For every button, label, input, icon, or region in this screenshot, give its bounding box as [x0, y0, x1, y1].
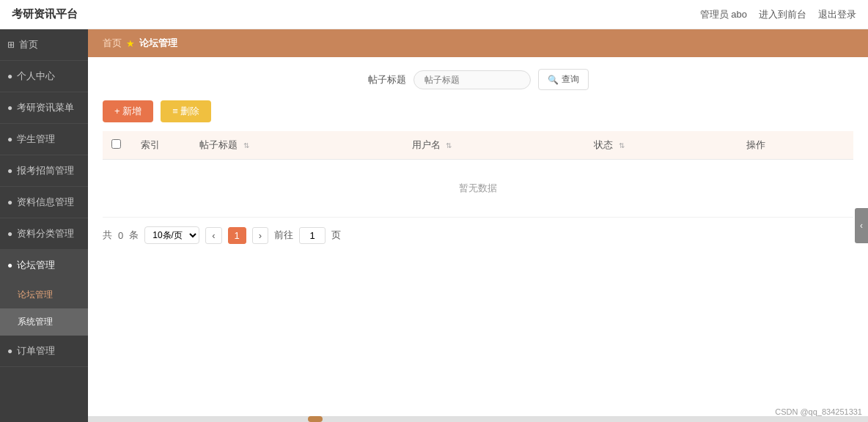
content-wrapper: ‹ 首页 ★ 论坛管理 帖子标题 🔍 查询: [88, 29, 868, 422]
collapse-button[interactable]: ‹: [855, 208, 868, 243]
search-button[interactable]: 🔍 查询: [538, 69, 589, 90]
delete-button[interactable]: ≡ 删除: [161, 100, 211, 122]
sidebar-item-personal[interactable]: ● 个人中心: [0, 61, 88, 92]
sidebar-item-kaoyan-label: 考研资讯菜单: [17, 101, 74, 114]
sidebar-item-exam-label: 报考招简管理: [17, 164, 74, 177]
sidebar-item-order-label: 订单管理: [17, 344, 55, 358]
search-bar: 帖子标题 🔍 查询: [103, 69, 853, 90]
pagination-goto-suffix: 页: [331, 229, 341, 242]
search-icon: 🔍: [548, 75, 559, 85]
breadcrumb-home[interactable]: 首页: [103, 37, 122, 50]
table-header-actions: 操作: [738, 131, 853, 160]
table-header-title[interactable]: 帖子标题 ⇅: [191, 131, 403, 160]
info-icon: ●: [7, 197, 12, 207]
order-icon: ●: [7, 346, 12, 356]
sidebar-item-order[interactable]: ● 订单管理: [0, 336, 88, 367]
sidebar-item-info[interactable]: ● 资料信息管理: [0, 187, 88, 218]
pagination-next-button[interactable]: ›: [252, 227, 268, 244]
watermark: CSDN @qq_834251331: [775, 407, 862, 416]
sidebar-item-category[interactable]: ● 资料分类管理: [0, 218, 88, 250]
sidebar-item-kaoyan[interactable]: ● 考研资讯菜单: [0, 92, 88, 124]
goto-frontend-link[interactable]: 进入到前台: [759, 8, 806, 21]
status-sort-icon: ⇅: [619, 141, 625, 149]
breadcrumb-star: ★: [126, 38, 135, 49]
sidebar: ⊞ 首页 ● 个人中心 ● 考研资讯菜单 ● 学生管理 ● 报考招简管理 ● 资…: [0, 29, 88, 422]
pagination-total-suffix: 条: [129, 229, 139, 242]
sidebar-item-personal-label: 个人中心: [17, 70, 55, 83]
bottom-scrollbar[interactable]: [88, 416, 868, 422]
pagination-total-prefix: 共: [103, 229, 112, 242]
main-layout: ⊞ 首页 ● 个人中心 ● 考研资讯菜单 ● 学生管理 ● 报考招简管理 ● 资…: [0, 29, 868, 422]
select-all-checkbox[interactable]: [111, 139, 121, 149]
pagination-size-select[interactable]: 10条/页 20条/页 50条/页: [144, 226, 199, 244]
user-label: 管理员 abo: [700, 8, 747, 21]
topbar: 考研资讯平台 管理员 abo 进入到前台 退出登录: [0, 0, 868, 29]
title-sort-icon: ⇅: [243, 141, 249, 149]
person-icon: ●: [7, 71, 12, 81]
sidebar-item-student-label: 学生管理: [17, 133, 55, 146]
app-logo: 考研资讯平台: [12, 7, 78, 21]
table-header-username[interactable]: 用户名 ⇅: [403, 131, 586, 160]
exam-icon: ●: [7, 166, 12, 176]
home-icon: ⊞: [7, 40, 15, 50]
topbar-user-area: 管理员 abo 进入到前台 退出登录: [700, 8, 856, 21]
delete-button-label: ≡ 删除: [172, 105, 199, 118]
forum-icon: ●: [7, 260, 12, 270]
category-icon: ●: [7, 229, 12, 239]
table-header-checkbox: [103, 131, 132, 160]
sidebar-item-category-label: 资料分类管理: [17, 227, 74, 240]
sidebar-item-forum[interactable]: ● 论坛管理: [0, 250, 88, 281]
search-label: 帖子标题: [368, 73, 406, 86]
student-icon: ●: [7, 134, 12, 144]
search-button-label: 查询: [562, 73, 579, 86]
breadcrumb-bar: 首页 ★ 论坛管理: [88, 29, 868, 57]
action-bar: + 新增 ≡ 删除: [103, 100, 853, 122]
pagination: 共 0 条 10条/页 20条/页 50条/页 ‹ 1 › 前往: [103, 226, 853, 244]
news-icon: ●: [7, 103, 12, 113]
prev-icon: ‹: [212, 230, 215, 241]
content-page: 帖子标题 🔍 查询 + 新增 ≡ 删除: [88, 57, 868, 416]
add-button[interactable]: + 新增: [103, 100, 153, 122]
table-header-status[interactable]: 状态 ⇅: [585, 131, 738, 160]
table-body: 暂无数据: [103, 160, 853, 218]
scrollbar-thumb[interactable]: [308, 416, 323, 422]
sidebar-item-home[interactable]: ⊞ 首页: [0, 29, 88, 61]
pagination-goto-prefix: 前往: [274, 229, 293, 242]
username-sort-icon: ⇅: [446, 141, 452, 149]
add-button-label: + 新增: [114, 105, 141, 118]
content-area: 首页 ★ 论坛管理 帖子标题 🔍 查询 + 新增: [88, 29, 868, 416]
logout-link[interactable]: 退出登录: [818, 8, 856, 21]
pagination-current-page[interactable]: 1: [228, 227, 246, 244]
table-header-index: 索引: [132, 131, 191, 160]
pagination-prev-button[interactable]: ‹: [205, 227, 221, 244]
sidebar-sub-forum-manage-label: 论坛管理: [18, 289, 53, 301]
table-empty-row: 暂无数据: [103, 160, 853, 218]
sidebar-sub-system[interactable]: 系统管理: [0, 308, 88, 336]
sidebar-item-exam[interactable]: ● 报考招简管理: [0, 155, 88, 187]
sidebar-sub-system-label: 系统管理: [18, 316, 53, 328]
search-input[interactable]: [413, 70, 531, 89]
data-table: 索引 帖子标题 ⇅ 用户名 ⇅ 状态: [103, 131, 853, 218]
next-icon: ›: [259, 230, 262, 241]
empty-text: 暂无数据: [459, 182, 497, 193]
sidebar-item-info-label: 资料信息管理: [17, 196, 74, 209]
breadcrumb-current: 论坛管理: [139, 37, 177, 50]
sidebar-sub-forum-manage[interactable]: 论坛管理: [0, 281, 88, 308]
table-header: 索引 帖子标题 ⇅ 用户名 ⇅ 状态: [103, 131, 853, 160]
sidebar-item-student[interactable]: ● 学生管理: [0, 124, 88, 155]
sidebar-item-home-label: 首页: [19, 38, 38, 51]
sidebar-item-forum-label: 论坛管理: [17, 259, 55, 272]
pagination-page-input[interactable]: [299, 227, 326, 244]
pagination-total-count: 0: [118, 230, 123, 241]
